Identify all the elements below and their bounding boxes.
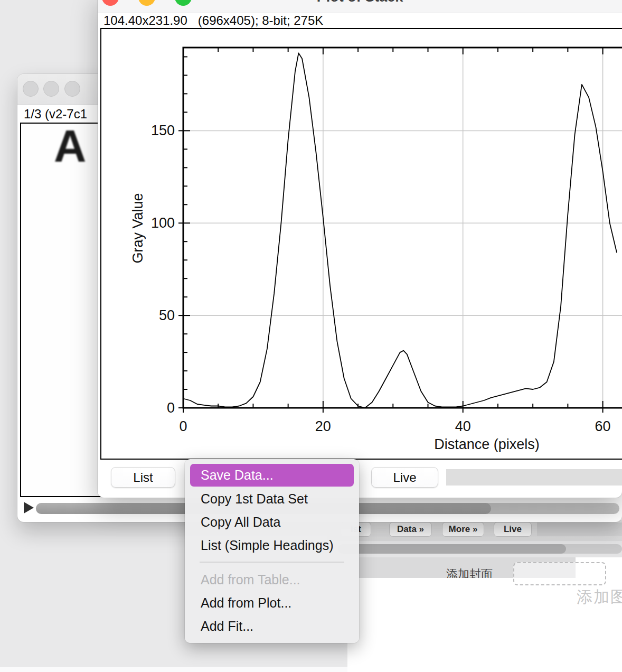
menu-item-add-from-plot[interactable]: Add from Plot... <box>185 591 359 614</box>
app-window: 添加封面 添加图 <box>347 553 622 672</box>
plot-canvas: 0204060050100150Distance (pixels)Gray Va… <box>100 28 622 460</box>
y-tick-label: 0 <box>167 400 175 416</box>
inactive-zoom-button[interactable] <box>64 81 80 97</box>
y-tick-label: 150 <box>151 123 175 138</box>
menu-item-copy-all-data[interactable]: Copy All Data <box>185 510 359 534</box>
profile-plot-svg: 0204060050100150Distance (pixels)Gray Va… <box>101 29 622 459</box>
add-cover-label: 添加封面 <box>446 566 493 578</box>
plot-info-line: 104.40x231.90 (696x405); 8-bit; 275K <box>103 13 323 28</box>
background-status-strip <box>537 522 622 536</box>
plot-window: Plot of Stack 104.40x231.90 (696x405); 8… <box>98 0 622 498</box>
desktop-bottom-strip <box>0 667 347 672</box>
y-axis-title: Gray Value <box>130 193 146 263</box>
add-cover-dropzone[interactable] <box>513 562 606 585</box>
stack-slice-info: 1/3 (v2-7c1 <box>24 107 87 122</box>
window-title: Plot of Stack <box>98 0 622 4</box>
background-data-button[interactable]: Data » <box>389 522 432 537</box>
menu-item-save-data[interactable]: Save Data... <box>185 464 359 487</box>
x-tick-label: 20 <box>315 418 331 434</box>
background-plot-button-bar: ist Data » More » Live <box>327 520 622 541</box>
x-axis-title: Distance (pixels) <box>434 436 540 452</box>
menu-separator <box>200 562 344 563</box>
background-scrollbar-thumb[interactable] <box>338 544 566 554</box>
add-image-label: 添加图 <box>577 586 622 608</box>
inactive-minimize-button[interactable] <box>43 81 59 97</box>
background-more-button[interactable]: More » <box>442 522 484 537</box>
stack-play-button[interactable] <box>24 502 34 514</box>
background-live-button[interactable]: Live <box>494 522 532 537</box>
x-tick-label: 60 <box>595 418 611 434</box>
menu-item-add-fit[interactable]: Add Fit... <box>185 614 359 638</box>
y-tick-label: 50 <box>159 307 175 323</box>
x-tick-label: 0 <box>179 418 187 434</box>
live-button[interactable]: Live <box>371 467 438 488</box>
profile-curve <box>183 53 617 408</box>
coordinate-readout-strip <box>446 469 622 486</box>
menu-item-add-from-table: Add from Table... <box>185 568 359 591</box>
data-context-menu: Save Data... Copy 1st Data Set Copy All … <box>185 459 359 643</box>
y-tick-label: 100 <box>151 215 175 231</box>
background-scrollbar[interactable] <box>338 544 622 554</box>
plot-window-titlebar: Plot of Stack <box>98 0 622 13</box>
menu-item-list-simple-headings[interactable]: List (Simple Headings) <box>185 534 359 557</box>
inactive-close-button[interactable] <box>23 81 39 97</box>
stack-image-letter: A <box>54 123 86 172</box>
menu-item-copy-1st-data-set[interactable]: Copy 1st Data Set <box>185 487 359 510</box>
x-tick-label: 40 <box>455 418 471 434</box>
list-button[interactable]: List <box>111 467 175 488</box>
